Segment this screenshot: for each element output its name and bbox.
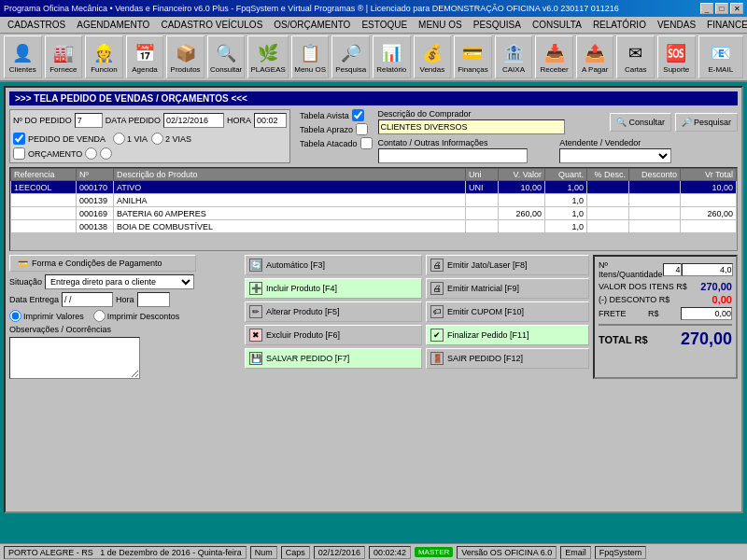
itens-num-input[interactable] (663, 263, 682, 276)
orcamento-row: ORÇAMENTO (13, 147, 287, 160)
salvar-pedido-button[interactable]: 💾 SALVAR PEDIDO [F7] (245, 348, 422, 369)
maximize-button[interactable]: □ (715, 3, 728, 14)
consultar-button[interactable]: 🔍 Consultar (610, 113, 671, 132)
emitir-cupom-button[interactable]: 🏷 Emitir CUPOM [F10] (426, 301, 589, 322)
toolbar-menu-os[interactable]: 📋 Menu OS (291, 35, 330, 78)
toolbar-cartas[interactable]: ✉ Cartas (616, 35, 655, 78)
menu-menu-os[interactable]: MENU OS (413, 19, 468, 31)
emitir-jato-button[interactable]: 🖨 Emitir Jato/Laser [F8] (426, 255, 589, 275)
menu-relatorio[interactable]: RELATÓRIO (587, 19, 652, 31)
matricial-label: Emitir Matricial [F9] (447, 284, 519, 293)
table-row[interactable]: 000169 BATERIA 60 AMPERES 260,00 1,0 260… (11, 207, 737, 220)
toolbar-a-pagar[interactable]: 📤 A Pagar (576, 35, 614, 78)
menu-pesquisa[interactable]: PESQUISA (468, 19, 527, 31)
tipo-radio1[interactable] (85, 147, 97, 160)
automatico-icon: 🔄 (249, 259, 262, 272)
sair-icon: 🚪 (430, 352, 444, 365)
data-pedido-input[interactable] (163, 113, 224, 128)
menu-financeiro[interactable]: FINANCEIRO (701, 19, 747, 31)
tipo-radio2[interactable] (100, 147, 112, 160)
funcionarios-label: Funcion (91, 66, 117, 74)
valor-itens-row: VALOR DOS ITENS R$ 270,00 (599, 281, 732, 292)
toolbar-financas[interactable]: 💳 Finanças (454, 35, 492, 78)
toolbar-vendas[interactable]: 💰 Vendas (414, 35, 452, 78)
frete-row: FRETE R$ (599, 307, 732, 320)
excluir-produto-button[interactable]: ✖ Excluir Produto [F6] (245, 325, 422, 345)
uma-via-radio[interactable] (113, 133, 125, 145)
table-row[interactable]: 1EEC0OL 000170 ATIVO UNI 10,00 1,00 10,0… (11, 181, 737, 194)
obs-textarea[interactable] (9, 337, 140, 379)
toolbar-suporte[interactable]: 🆘 Suporte (657, 35, 696, 78)
menu-agendamento[interactable]: AGENDAMENTO (71, 19, 155, 31)
toolbar-funcionarios[interactable]: 👷 Funcion (85, 35, 123, 78)
toolbar-email[interactable]: 📧 E-MAIL (698, 35, 743, 78)
atendente-select[interactable] (559, 148, 671, 163)
frete-input[interactable] (681, 307, 732, 320)
tabela-group: Tabela Avista Tabela Aprazo Tabela Ataca… (300, 109, 373, 149)
minimize-button[interactable]: _ (700, 3, 713, 14)
toolbar-pesquisa[interactable]: 🔎 Pesquisa (331, 35, 370, 78)
descricao-comprador-input[interactable] (378, 119, 565, 134)
col-header-perc-desc: % Desc. (587, 169, 629, 181)
toolbar-plageas[interactable]: 🌿 PLAGEAS (247, 35, 288, 78)
tabela-atacado-checkbox[interactable] (360, 137, 373, 149)
totals-panel: Nº Itens/Quantidade VALOR DOS ITENS R$ 2… (593, 255, 738, 379)
menu-cad-veiculos[interactable]: CADASTRO VEÍCULOS (155, 19, 268, 31)
toolbar-caixa[interactable]: 🏦 CAIXA (495, 35, 533, 78)
imprimir-valores-radio[interactable] (9, 310, 21, 322)
table-row[interactable]: 000139 ANILHA 1,0 (11, 194, 737, 207)
sair-pedido-button[interactable]: 🚪 SAIR PEDIDO [F12] (426, 348, 589, 369)
alterar-produto-button[interactable]: ✏ Alterar Produto [F5] (245, 301, 422, 322)
payment-button[interactable]: 💳 Forma e Condições de Pagamento (9, 255, 196, 272)
menu-consulta[interactable]: CONSULTA (527, 19, 587, 31)
pedido-num-label: Nº DO PEDIDO (13, 116, 72, 125)
cupom-label: Emitir CUPOM [F10] (447, 307, 524, 316)
sair-label: SAIR PEDIDO [F12] (447, 354, 523, 363)
itens-val-input[interactable] (682, 263, 733, 276)
status-location: PORTO ALEGRE - RS 1 de Dezembro de 2016 … (4, 546, 247, 559)
contato-input[interactable] (378, 148, 528, 163)
pesquisar-button[interactable]: 🔎 Pesquisar (675, 113, 738, 132)
toolbar-agenda[interactable]: 📅 Agenda (126, 35, 164, 78)
tabela-avista-checkbox[interactable] (352, 109, 364, 121)
cell-total (681, 194, 737, 207)
col-header-num: Nº (77, 169, 114, 181)
toolbar-consultar[interactable]: 🔍 Consultar (207, 35, 246, 78)
products-table-container[interactable]: Referencia Nº Descrição do Produto Uni V… (9, 167, 738, 251)
toolbar-fornece[interactable]: 🏭 Fornece (45, 35, 83, 78)
duas-vias-radio[interactable] (151, 133, 163, 145)
menu-vendas[interactable]: VENDAS (652, 19, 701, 31)
menu-cadastros[interactable]: CADASTROS (2, 19, 71, 31)
pedido-num-input[interactable] (75, 113, 103, 128)
finalizar-pedido-button[interactable]: ✔ Finalizar Pedido [F11] (426, 325, 589, 345)
imprimir-descontos-radio[interactable] (93, 310, 106, 322)
title-bar-controls[interactable]: _ □ ✕ (700, 3, 743, 14)
tabela-aprazo-checkbox[interactable] (356, 123, 368, 135)
table-row[interactable]: 000138 BOIA DE COMBUSTÍVEL 1,0 (11, 220, 737, 233)
status-version: Versão OS OFICINA 6.0 (457, 546, 557, 559)
emitir-matricial-button[interactable]: 🖨 Emitir Matricial [F9] (426, 278, 589, 299)
menu-os-orcamento[interactable]: OS/ORÇAMENTO (268, 19, 356, 31)
incluir-produto-button[interactable]: ➕ Incluir Produto [F4] (245, 278, 422, 299)
data-entrega-input[interactable] (62, 292, 113, 307)
imprimir-row: Imprimir Valores Imprimir Descontos (9, 310, 241, 322)
status-date: 02/12/2016 (314, 546, 365, 559)
cell-val: 10,00 (499, 181, 545, 194)
hora-entrega-input[interactable] (137, 292, 170, 307)
col-header-total: Vr Total (681, 169, 737, 181)
menu-estoque[interactable]: ESTOQUE (356, 19, 413, 31)
jato-label: Emitir Jato/Laser [F8] (447, 260, 528, 270)
toolbar-relatorio[interactable]: 📊 Relatório (373, 35, 411, 78)
pedido-venda-checkbox[interactable] (13, 133, 25, 145)
situacao-select[interactable]: Entrega direto para o cliente (45, 274, 194, 289)
hora-entrega-label: Hora (116, 295, 134, 304)
close-button[interactable]: ✕ (730, 3, 743, 14)
automatico-button[interactable]: 🔄 Automático [F3] (245, 255, 422, 275)
toolbar-receber[interactable]: 📥 Receber (535, 35, 573, 78)
matricial-icon: 🖨 (430, 282, 444, 295)
orcamento-checkbox[interactable] (13, 147, 25, 160)
toolbar-clientes[interactable]: 👤 Clientes (4, 35, 42, 78)
hora-input[interactable] (254, 113, 287, 128)
clientes-icon: 👤 (9, 40, 35, 66)
toolbar-produtos[interactable]: 📦 Produtos (166, 35, 204, 78)
